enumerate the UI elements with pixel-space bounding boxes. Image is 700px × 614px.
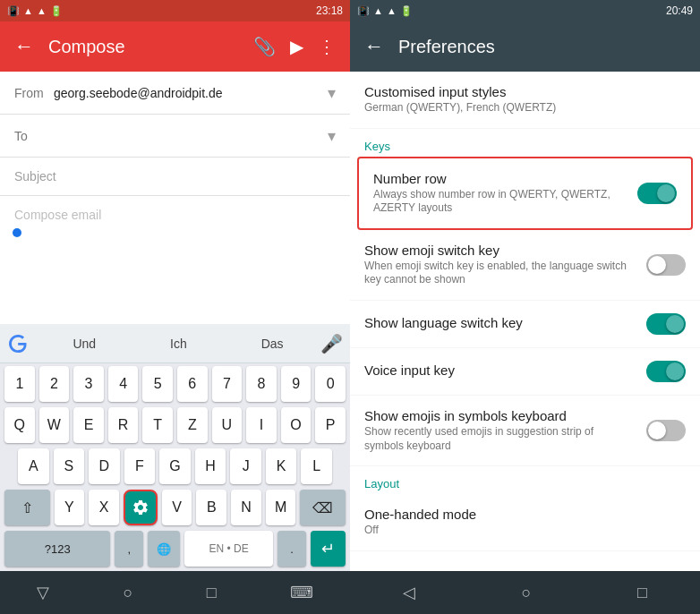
recents-nav-icon[interactable]: □ — [207, 584, 217, 602]
key-shift[interactable]: ⇧ — [4, 490, 50, 525]
toggle-thumb-lang — [666, 315, 684, 333]
app-bar-left: ← Compose 📎 ▶ ⋮ — [0, 21, 350, 72]
key-k[interactable]: K — [266, 448, 297, 484]
pref-language-title: Show language switch key — [364, 315, 632, 330]
subject-field[interactable]: Subject — [0, 158, 350, 196]
compose-body: From georg.seebode@androidpit.de ▾ To ▾ … — [0, 72, 350, 324]
key-6[interactable]: 6 — [177, 366, 208, 402]
send-icon[interactable]: ▶ — [290, 36, 303, 57]
nav-bar-left: ▽ ○ □ ⌨ — [0, 571, 350, 614]
key-u[interactable]: U — [212, 407, 243, 443]
home-nav-icon[interactable]: ○ — [123, 584, 132, 602]
key-0[interactable]: 0 — [315, 366, 346, 402]
key-period[interactable]: . — [277, 531, 306, 567]
more-icon[interactable]: ⋮ — [318, 36, 336, 57]
pref-voice-title: Voice input key — [364, 362, 632, 378]
key-f[interactable]: F — [124, 448, 156, 484]
key-y[interactable]: Y — [55, 490, 85, 525]
app-bar-actions: 📎 ▶ ⋮ — [253, 36, 336, 57]
status-bar-right: 📳 ▲ ▲ 🔋 20:49 — [350, 0, 700, 21]
suggestions-bar: Und Ich Das 🎤 — [0, 324, 350, 363]
to-field[interactable]: To ▾ — [0, 115, 350, 158]
keyboard-nav-icon[interactable]: ⌨ — [290, 583, 313, 602]
key-m[interactable]: M — [266, 490, 296, 525]
key-backspace[interactable]: ⌫ — [300, 490, 346, 525]
mic-icon[interactable]: 🎤 — [320, 333, 343, 354]
key-space[interactable]: EN • DE — [184, 531, 273, 567]
section-layout-header: Layout — [350, 466, 700, 494]
pref-show-emojis[interactable]: Show emojis in symbols keyboard Show rec… — [350, 396, 700, 466]
to-label: To — [14, 129, 54, 143]
key-t[interactable]: T — [142, 407, 173, 443]
key-o[interactable]: O — [281, 407, 312, 443]
right-recents-nav-icon[interactable]: □ — [637, 584, 647, 602]
email-body-area[interactable]: Compose email — [0, 196, 350, 324]
back-nav-icon[interactable]: ▽ — [37, 583, 49, 602]
right-back-nav-icon[interactable]: ◁ — [403, 583, 415, 602]
key-s[interactable]: S — [54, 448, 85, 484]
from-chevron-icon[interactable]: ▾ — [328, 83, 336, 103]
key-p[interactable]: P — [315, 407, 346, 443]
key-enter[interactable]: ↵ — [311, 531, 346, 567]
show-emojis-toggle[interactable] — [646, 420, 686, 441]
suggestion-0[interactable]: Und — [62, 333, 107, 354]
key-sym[interactable]: ?123 — [4, 531, 110, 567]
key-8[interactable]: 8 — [246, 366, 277, 402]
pref-emoji-switch[interactable]: Show emoji switch key When emoji switch … — [350, 230, 700, 301]
key-3[interactable]: 3 — [73, 366, 104, 402]
from-value: georg.seebode@androidpit.de — [54, 86, 328, 100]
key-c[interactable] — [124, 490, 158, 525]
key-2[interactable]: 2 — [39, 366, 70, 402]
key-h[interactable]: H — [195, 448, 226, 484]
key-7[interactable]: 7 — [212, 366, 243, 402]
key-j[interactable]: J — [230, 448, 261, 484]
key-9[interactable]: 9 — [281, 366, 312, 402]
key-x[interactable]: X — [89, 490, 119, 525]
pref-show-emojis-title: Show emojis in symbols keyboard — [364, 408, 632, 423]
suggestion-1[interactable]: Ich — [159, 333, 198, 354]
pref-one-handed[interactable]: One-handed mode Off — [350, 494, 700, 551]
key-i[interactable]: I — [246, 407, 277, 443]
key-b[interactable]: B — [196, 490, 226, 525]
from-field: From georg.seebode@androidpit.de ▾ — [0, 72, 350, 115]
key-v[interactable]: V — [162, 490, 192, 525]
pref-customised-input[interactable]: Customised input styles German (QWERTY),… — [350, 72, 700, 129]
back-icon[interactable]: ← — [14, 35, 34, 58]
status-bar-left: 📳 ▲ ▲ 🔋 23:18 — [0, 0, 350, 21]
key-r[interactable]: R — [108, 407, 139, 443]
key-1[interactable]: 1 — [4, 366, 35, 402]
right-signal-icon: ▲ — [387, 5, 397, 16]
key-e[interactable]: E — [73, 407, 104, 443]
suggestion-2[interactable]: Das — [251, 333, 295, 354]
vibrate-icon: 📳 — [7, 5, 20, 17]
key-n[interactable]: N — [231, 490, 261, 525]
key-l[interactable]: L — [301, 448, 332, 484]
key-comma[interactable]: , — [115, 531, 143, 567]
key-w[interactable]: W — [39, 407, 70, 443]
pref-language-switch[interactable]: Show language switch key — [350, 301, 700, 348]
toggle-thumb-emojis — [648, 422, 666, 439]
pref-voice-input[interactable]: Voice input key — [350, 348, 700, 396]
pref-customised-subtitle: German (QWERTY), French (QWERTZ) — [364, 101, 686, 115]
key-4[interactable]: 4 — [108, 366, 139, 402]
to-chevron-icon[interactable]: ▾ — [328, 126, 336, 146]
right-home-nav-icon[interactable]: ○ — [522, 584, 532, 602]
language-switch-toggle[interactable] — [646, 313, 686, 335]
pref-number-row[interactable]: Number row Always show number row in QWE… — [357, 157, 693, 230]
number-row-toggle[interactable] — [637, 183, 677, 204]
prefs-back-icon[interactable]: ← — [364, 35, 384, 58]
key-z[interactable]: Z — [177, 407, 208, 443]
emoji-switch-toggle[interactable] — [646, 254, 686, 276]
key-5[interactable]: 5 — [142, 366, 173, 402]
attach-icon[interactable]: 📎 — [253, 36, 276, 57]
key-g[interactable]: G — [159, 448, 191, 484]
voice-input-toggle[interactable] — [646, 361, 686, 382]
key-a[interactable]: A — [18, 448, 49, 484]
key-q[interactable]: Q — [4, 407, 35, 443]
toggle-thumb — [657, 184, 675, 202]
qwertz-row: Q W E R T Z U I O P — [0, 405, 350, 446]
key-globe-icon[interactable]: 🌐 — [148, 531, 180, 567]
key-d[interactable]: D — [89, 448, 120, 484]
right-vibrate-icon: 📳 — [357, 5, 370, 17]
keyboard[interactable]: Und Ich Das 🎤 1 2 3 4 5 6 7 8 9 0 Q W E … — [0, 324, 350, 571]
